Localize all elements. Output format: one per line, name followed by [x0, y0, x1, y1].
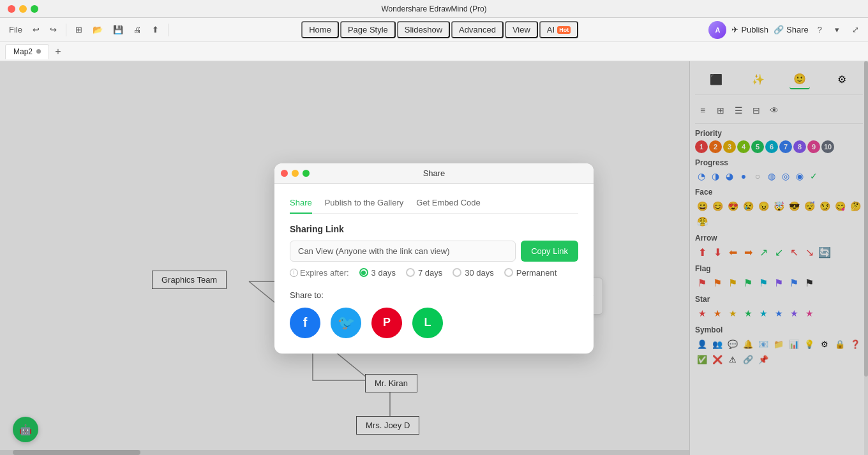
- home-menu[interactable]: Home: [301, 21, 339, 38]
- radio-3days-circle: [359, 268, 368, 277]
- menu-right: A ✈ Publish 🔗 Share ? ▾ ⤢: [708, 21, 863, 39]
- twitter-icon: 🐦: [338, 315, 355, 331]
- modal-tab-share[interactable]: Share: [290, 194, 312, 214]
- pinterest-icon: P: [383, 316, 391, 329]
- link-input[interactable]: [290, 241, 516, 262]
- advanced-menu[interactable]: Advanced: [451, 21, 504, 38]
- facebook-icon: f: [303, 315, 308, 330]
- help-button[interactable]: ?: [814, 22, 826, 37]
- radio-7days[interactable]: 7 days: [406, 268, 442, 278]
- divider-1: [66, 24, 66, 36]
- modal-titlebar: Share: [274, 163, 594, 184]
- link-row: Copy Link: [290, 241, 578, 262]
- radio-3days-label: 3 days: [371, 268, 396, 278]
- print-button[interactable]: 🖨: [130, 22, 146, 37]
- radio-permanent[interactable]: Permanent: [504, 268, 557, 278]
- modal-maximize-button[interactable]: [303, 170, 310, 177]
- app-title: Wondershare EdrawMind (Pro): [381, 4, 486, 13]
- maximize-window-button[interactable]: [31, 5, 38, 13]
- modal-title: Share: [423, 168, 445, 178]
- expires-text: Expires after:: [300, 268, 349, 278]
- radio-30days-circle: [453, 268, 461, 277]
- export-button[interactable]: ⬆: [148, 22, 163, 37]
- line-icon: L: [424, 316, 431, 329]
- minimize-window-button[interactable]: [19, 5, 27, 13]
- expires-label: i Expires after:: [290, 268, 349, 278]
- slideshow-menu[interactable]: Slideshow: [397, 21, 450, 38]
- undo-button[interactable]: ↩: [29, 22, 43, 37]
- pinterest-share-button[interactable]: P: [371, 308, 402, 338]
- close-window-button[interactable]: [8, 5, 15, 13]
- radio-permanent-label: Permanent: [516, 268, 557, 278]
- ai-menu[interactable]: AI Hot: [539, 21, 578, 38]
- tab-label: Map2: [13, 47, 33, 56]
- main-area: Graphics Team Mr. Kiran Mrs. Joey D ⟿ Co…: [0, 61, 868, 455]
- publish-icon: ✈: [731, 25, 738, 34]
- info-icon[interactable]: i: [290, 269, 298, 277]
- new-button[interactable]: ⊞: [71, 22, 86, 37]
- modal-tab-gallery[interactable]: Publish to the Gallery: [325, 194, 404, 214]
- facebook-share-button[interactable]: f: [290, 308, 320, 338]
- modal-minimize-button[interactable]: [292, 170, 299, 177]
- radio-3days[interactable]: 3 days: [359, 268, 396, 278]
- modal-tab-embed[interactable]: Get Embed Code: [416, 194, 480, 214]
- menu-bar: File ↩ ↪ ⊞ 📂 💾 🖨 ⬆ Home Page Style Slide…: [0, 18, 868, 42]
- redo-button[interactable]: ↪: [46, 22, 61, 37]
- radio-7days-label: 7 days: [418, 268, 442, 278]
- modal-body: Share Publish to the Gallery Get Embed C…: [274, 184, 594, 354]
- modal-close-button[interactable]: [281, 170, 288, 177]
- line-share-button[interactable]: L: [412, 308, 443, 338]
- user-avatar[interactable]: A: [708, 21, 726, 39]
- radio-7days-circle: [406, 268, 415, 277]
- copy-link-button[interactable]: Copy Link: [521, 241, 578, 262]
- tab-modified-dot: [36, 49, 41, 54]
- modal-overlay: Share Share Publish to the Gallery Get E…: [0, 61, 868, 455]
- sharing-link-title: Sharing Link: [290, 224, 578, 234]
- title-bar: Wondershare EdrawMind (Pro): [0, 0, 868, 18]
- map-tab[interactable]: Map2: [5, 44, 49, 59]
- ai-label: AI: [547, 25, 555, 34]
- social-row: f 🐦 P L: [290, 308, 578, 338]
- fullscreen-button[interactable]: ⤢: [848, 22, 863, 37]
- share-button[interactable]: 🔗 Share: [774, 25, 809, 34]
- radio-30days-label: 30 days: [465, 268, 494, 278]
- ai-hot-badge: Hot: [557, 26, 571, 34]
- modal-tabs: Share Publish to the Gallery Get Embed C…: [290, 194, 578, 214]
- add-tab-button[interactable]: +: [52, 45, 64, 58]
- share-modal: Share Share Publish to the Gallery Get E…: [274, 163, 594, 354]
- publish-button[interactable]: ✈ Publish: [731, 25, 768, 34]
- open-button[interactable]: 📂: [89, 22, 107, 37]
- file-menu[interactable]: File: [5, 22, 26, 37]
- save-button[interactable]: 💾: [109, 22, 127, 37]
- radio-30days[interactable]: 30 days: [453, 268, 494, 278]
- radio-permanent-circle: [504, 268, 513, 277]
- tab-bar: Map2 +: [0, 42, 868, 61]
- view-menu[interactable]: View: [505, 21, 538, 38]
- page-style-menu[interactable]: Page Style: [340, 21, 396, 38]
- share-to-title: Share to:: [290, 290, 578, 300]
- window-controls: [8, 5, 38, 13]
- twitter-share-button[interactable]: 🐦: [331, 308, 361, 338]
- radio-3days-inner: [361, 271, 366, 275]
- share-icon: 🔗: [774, 25, 784, 34]
- divider-2: [168, 24, 168, 36]
- expires-row: i Expires after: 3 days 7 days: [290, 268, 578, 278]
- more-menu-button[interactable]: ▾: [831, 22, 843, 37]
- modal-window-controls: [281, 170, 310, 177]
- menu-toolbar: File ↩ ↪ ⊞ 📂 💾 🖨 ⬆: [5, 22, 171, 37]
